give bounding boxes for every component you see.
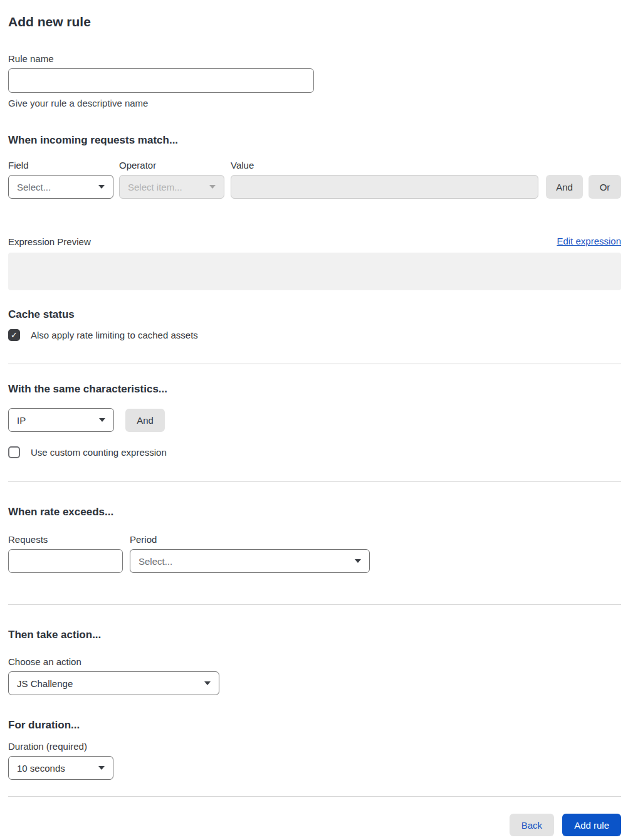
counting-expression-checkbox-row: Use custom counting expression (8, 446, 621, 458)
cache-status-heading: Cache status (8, 308, 621, 322)
add-characteristic-button[interactable]: And (125, 409, 165, 432)
duration-select[interactable]: 10 seconds (8, 756, 113, 780)
requests-input[interactable] (8, 549, 123, 573)
period-label: Period (130, 534, 370, 545)
rule-name-label: Rule name (8, 53, 621, 64)
duration-heading: For duration... (8, 718, 621, 732)
or-condition-button[interactable]: Or (589, 175, 621, 199)
add-rule-button[interactable]: Add rule (562, 814, 621, 836)
rule-name-input[interactable] (8, 68, 314, 93)
chevron-down-icon (99, 418, 105, 422)
characteristics-heading: With the same characteristics... (8, 382, 621, 396)
checkmark-icon: ✓ (11, 331, 18, 339)
characteristics-row: IP And (8, 408, 621, 432)
operator-column: Operator Select item... (119, 160, 224, 199)
expression-preview-box (8, 253, 621, 290)
period-select[interactable]: Select... (130, 549, 370, 573)
cached-assets-checkbox[interactable]: ✓ (8, 329, 20, 341)
value-label: Value (231, 160, 538, 171)
requests-label: Requests (8, 534, 123, 545)
section-divider (8, 604, 621, 605)
value-column: Value (231, 160, 538, 199)
action-select[interactable]: JS Challenge (8, 671, 219, 695)
and-condition-button[interactable]: And (546, 175, 583, 199)
field-column: Field Select... (8, 160, 113, 199)
characteristic-select-value: IP (17, 415, 26, 426)
period-select-value: Select... (139, 556, 172, 567)
expression-preview-row: Expression Preview Edit expression (8, 236, 621, 247)
match-condition-row: Field Select... Operator Select item... … (8, 160, 621, 199)
operator-select-value: Select item... (128, 182, 182, 192)
counting-expression-checkbox-label: Use custom counting expression (31, 447, 167, 458)
operator-label: Operator (119, 160, 224, 171)
chevron-down-icon (204, 681, 211, 685)
action-heading: Then take action... (8, 628, 621, 642)
cached-assets-checkbox-label: Also apply rate limiting to cached asset… (31, 330, 198, 340)
counting-expression-checkbox[interactable] (8, 446, 20, 458)
section-divider (8, 364, 621, 364)
requests-column: Requests (8, 534, 123, 573)
cached-assets-checkbox-row: ✓ Also apply rate limiting to cached ass… (8, 329, 621, 341)
rate-heading: When rate exceeds... (8, 505, 621, 519)
match-section-heading: When incoming requests match... (8, 134, 621, 147)
field-label: Field (8, 160, 113, 171)
period-column: Period Select... (130, 534, 370, 573)
chevron-down-icon (209, 185, 216, 189)
page-title: Add new rule (8, 13, 621, 31)
duration-select-value: 10 seconds (17, 763, 65, 774)
field-select[interactable]: Select... (8, 175, 113, 199)
characteristic-select[interactable]: IP (8, 408, 114, 432)
section-divider (8, 481, 621, 482)
rule-name-helper: Give your rule a descriptive name (8, 98, 621, 108)
duration-label: Duration (required) (8, 741, 621, 752)
chevron-down-icon (355, 559, 361, 563)
rate-row: Requests Period Select... (8, 534, 621, 573)
back-button[interactable]: Back (510, 814, 554, 836)
edit-expression-link[interactable]: Edit expression (557, 236, 621, 247)
footer-divider (8, 796, 621, 797)
footer-actions: Back Add rule (8, 814, 621, 840)
field-select-value: Select... (17, 182, 51, 192)
chevron-down-icon (98, 185, 105, 189)
operator-select: Select item... (119, 175, 224, 199)
expression-preview-label: Expression Preview (8, 236, 91, 247)
action-label: Choose an action (8, 656, 621, 667)
add-rule-form: Add new rule Rule name Give your rule a … (0, 13, 628, 840)
value-input (231, 175, 538, 199)
chevron-down-icon (98, 766, 105, 770)
action-select-value: JS Challenge (17, 678, 73, 689)
